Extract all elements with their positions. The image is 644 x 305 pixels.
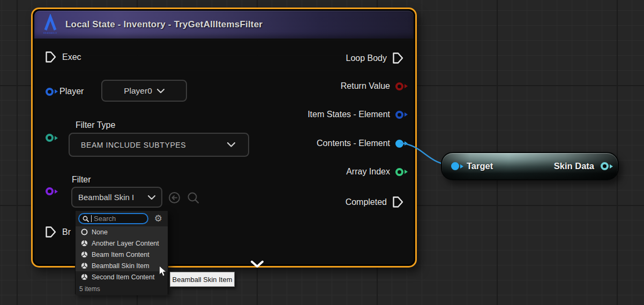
filter-type-pin-icon[interactable] — [46, 134, 54, 142]
pin-label-break: Br — [62, 227, 71, 237]
exec-pin-icon[interactable] — [392, 52, 403, 64]
pin-row-contents: Contents - Element — [317, 139, 403, 148]
pin-label-filter: Filter — [72, 175, 91, 185]
browse-asset-magnifier-icon[interactable] — [187, 192, 199, 204]
player-dropdown[interactable]: Player0 — [101, 80, 187, 102]
pin-row-player: Player — [46, 87, 84, 96]
pin-label-contents: Contents - Element — [317, 139, 390, 148]
pin-label-array-index: Array Index — [346, 167, 390, 177]
svg-text:BEAMABLE: BEAMABLE — [43, 32, 57, 34]
item-states-pin-icon[interactable] — [395, 111, 403, 119]
target-pin-icon[interactable] — [451, 162, 459, 170]
node-header[interactable]: BEAMABLE Local State - Inventory - TryGe… — [34, 11, 414, 39]
asset-option-label: Beamball Skin Item — [92, 262, 149, 270]
node-expand-chevron-icon[interactable] — [250, 260, 264, 268]
node-title: Local State - Inventory - TryGetAllItems… — [65, 19, 263, 30]
pin-row-array-index: Array Index — [346, 167, 403, 177]
search-icon — [83, 216, 89, 222]
blueprint-canvas[interactable]: BEAMABLE Local State - Inventory - TryGe… — [0, 0, 644, 305]
asset-search-input[interactable] — [94, 215, 144, 223]
mouse-cursor-icon — [159, 265, 167, 277]
skin-data-getter-node[interactable]: Target Skin Data — [441, 152, 619, 180]
beamable-logo-icon: BEAMABLE — [42, 14, 60, 35]
pin-row-item-states: Item States - Element — [308, 110, 403, 119]
pin-row-filter-type — [46, 134, 54, 142]
asset-option-label: Another Layer Content — [92, 240, 159, 247]
asset-option-beam-item-content[interactable]: Beam Item Content — [76, 249, 168, 260]
asset-option-none[interactable]: None — [76, 226, 168, 238]
pin-label-filter-type: Filter Type — [76, 120, 115, 130]
filter-pin-icon[interactable] — [46, 187, 54, 195]
skin-data-pin-icon[interactable] — [601, 162, 609, 170]
chevron-down-icon — [157, 89, 164, 93]
asset-option-another-layer-content[interactable]: Another Layer Content — [76, 238, 168, 249]
filter-type-dropdown-value: BEAM INCLUDE SUBTYPES — [81, 141, 186, 149]
return-value-pin-icon[interactable] — [395, 82, 403, 90]
filter-type-dropdown[interactable]: BEAM INCLUDE SUBTYPES — [69, 133, 249, 157]
asset-sphere-icon — [81, 240, 88, 247]
asset-sphere-icon — [81, 273, 88, 280]
pin-row-filter — [46, 187, 54, 195]
pin-row-return-value: Return Value — [341, 81, 403, 91]
pin-label-player: Player — [59, 87, 84, 96]
view-options-gear-icon[interactable]: ⚙ — [154, 212, 162, 225]
pin-row-exec: Exec — [45, 51, 81, 63]
asset-search-row: ⚙ — [76, 211, 168, 226]
pin-row-completed: Completed — [346, 196, 403, 208]
array-index-pin-icon[interactable] — [395, 168, 403, 176]
pin-label-loop-body: Loop Body — [346, 54, 387, 63]
pin-label-completed: Completed — [346, 197, 387, 207]
filter-asset-dropdown[interactable]: Beamball Skin I — [71, 187, 162, 208]
pin-label-item-states: Item States - Element — [308, 110, 390, 119]
asset-option-beamball-skin-item[interactable]: Beamball Skin Item — [76, 260, 168, 271]
exec-pin-icon[interactable] — [45, 226, 56, 238]
asset-count-footer: 5 items — [76, 283, 168, 295]
contents-pin-icon[interactable] — [395, 140, 403, 148]
pin-label-skin-data: Skin Data — [554, 161, 594, 171]
asset-option-second-item-content[interactable]: Second Item Content — [76, 271, 168, 283]
filter-asset-dropdown-value: Beamball Skin I — [78, 193, 134, 202]
asset-option-label: Beam Item Content — [92, 251, 149, 258]
asset-option-label: Second Item Content — [92, 273, 154, 281]
asset-option-label: None — [92, 228, 108, 236]
asset-tooltip: Beamball Skin Item — [170, 272, 235, 287]
pin-label-target: Target — [467, 161, 493, 171]
exec-pin-icon[interactable] — [45, 51, 56, 63]
chevron-down-icon — [148, 195, 155, 200]
player-pin-icon[interactable] — [46, 88, 54, 96]
text-caret — [91, 215, 92, 222]
use-selected-asset-icon[interactable] — [168, 192, 181, 204]
chevron-down-icon — [227, 142, 235, 147]
exec-pin-icon[interactable] — [392, 196, 403, 208]
pin-row-loop-body: Loop Body — [346, 52, 403, 64]
pin-row-break: Br — [45, 226, 71, 238]
pin-label-exec: Exec — [62, 52, 81, 62]
tooltip-text: Beamball Skin Item — [173, 276, 233, 284]
none-circle-icon — [81, 228, 88, 235]
player-dropdown-value: Player0 — [124, 86, 152, 96]
asset-search-box[interactable] — [78, 213, 148, 224]
filter-asset-picker-menu: ⚙ None Another Layer Content Beam Item C… — [75, 210, 168, 294]
asset-sphere-icon — [81, 262, 88, 269]
asset-sphere-icon — [81, 251, 88, 258]
pin-label-return-value: Return Value — [341, 81, 390, 91]
